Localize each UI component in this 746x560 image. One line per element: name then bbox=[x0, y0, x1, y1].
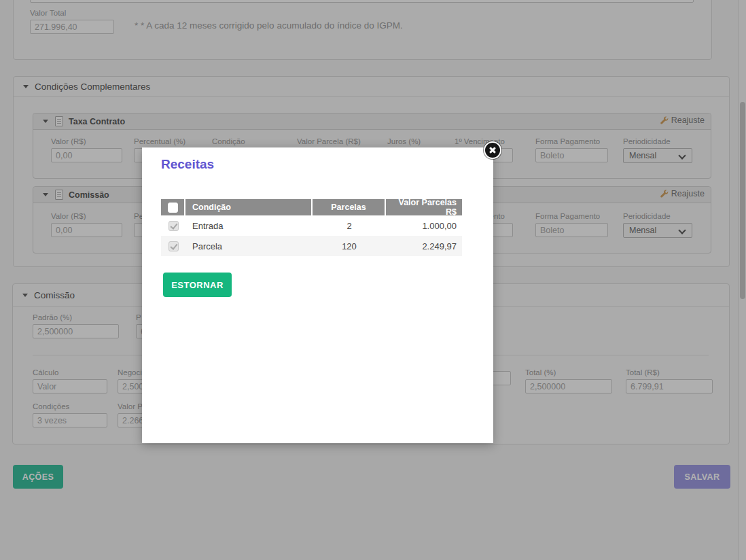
header-parcelas: Parcelas bbox=[313, 199, 386, 215]
cell-valor: 1.000,00 bbox=[386, 221, 462, 231]
select-all-cell bbox=[161, 199, 185, 215]
close-icon[interactable] bbox=[484, 141, 501, 159]
cell-valor: 2.249,97 bbox=[386, 241, 462, 251]
table-row: Entrada 2 1.000,00 bbox=[161, 215, 462, 236]
cell-condicao: Entrada bbox=[185, 221, 313, 231]
app-screen: Valor Total * * A cada 12 meses corrigid… bbox=[0, 0, 746, 560]
table-header-row: Condição Parcelas Valor Parcelas R$ bbox=[161, 199, 462, 215]
receitas-table: Condição Parcelas Valor Parcelas R$ Entr… bbox=[161, 199, 462, 256]
cell-condicao: Parcela bbox=[185, 241, 313, 251]
estornar-button[interactable]: ESTORNAR bbox=[163, 273, 232, 297]
receitas-modal: Receitas Condição Parcelas Valor Parcela… bbox=[142, 147, 493, 443]
row-checkbox-checked bbox=[168, 241, 179, 251]
modal-title: Receitas bbox=[161, 157, 214, 172]
cell-parcelas: 120 bbox=[313, 241, 386, 251]
cell-parcelas: 2 bbox=[313, 221, 386, 231]
header-condicao: Condição bbox=[185, 199, 313, 215]
table-row: Parcela 120 2.249,97 bbox=[161, 236, 462, 256]
header-valor-parcelas: Valor Parcelas R$ bbox=[386, 199, 462, 215]
row-checkbox-checked bbox=[168, 221, 179, 231]
select-all-checkbox[interactable] bbox=[168, 203, 178, 213]
